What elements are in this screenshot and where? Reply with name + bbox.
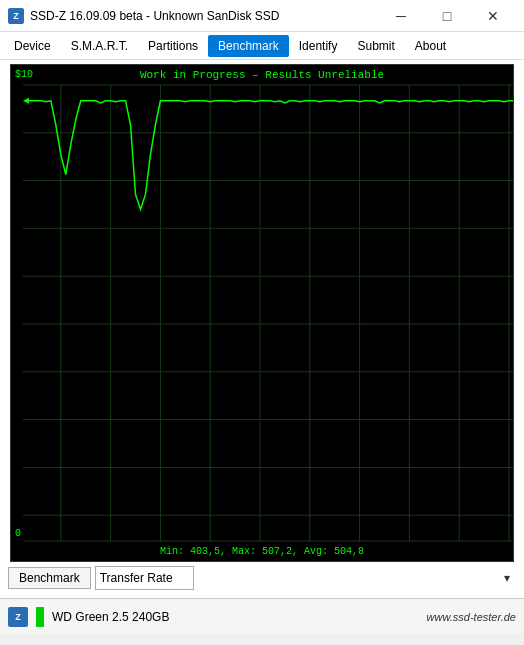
chart-svg	[11, 65, 513, 561]
menu-benchmark[interactable]: Benchmark	[208, 35, 289, 57]
benchmark-chart: $10 0 Work in Progress – Results Unrelia…	[10, 64, 514, 562]
menu-about[interactable]: About	[405, 35, 456, 57]
menu-submit[interactable]: Submit	[347, 35, 404, 57]
status-bar: Z WD Green 2.5 240GB www.ssd-tester.de	[0, 598, 524, 634]
window-title: SSD-Z 16.09.09 beta - Unknown SanDisk SS…	[30, 9, 279, 23]
website-label: www.ssd-tester.de	[427, 611, 516, 623]
status-app-icon: Z	[8, 607, 28, 627]
app-icon: Z	[8, 8, 24, 24]
chart-stats: Min: 403,5, Max: 507,2, Avg: 504,8	[160, 546, 364, 557]
bottom-controls: Benchmark Transfer Rate Sequential Read …	[4, 562, 520, 594]
benchmark-button[interactable]: Benchmark	[8, 567, 91, 589]
drive-name: WD Green 2.5 240GB	[52, 610, 419, 624]
chart-type-dropdown[interactable]: Transfer Rate Sequential Read Sequential…	[95, 566, 194, 590]
chart-title: Work in Progress – Results Unreliable	[140, 69, 384, 81]
drive-status-indicator	[36, 607, 44, 627]
menu-partitions[interactable]: Partitions	[138, 35, 208, 57]
menu-bar: Device S.M.A.R.T. Partitions Benchmark I…	[0, 32, 524, 60]
dropdown-wrapper: Transfer Rate Sequential Read Sequential…	[95, 566, 516, 590]
chart-y-min-label: 0	[15, 528, 21, 539]
main-content: $10 0 Work in Progress – Results Unrelia…	[0, 60, 524, 598]
window-controls: ─ □ ✕	[378, 0, 516, 32]
svg-rect-0	[11, 65, 513, 561]
title-bar-left: Z SSD-Z 16.09.09 beta - Unknown SanDisk …	[8, 8, 279, 24]
menu-device[interactable]: Device	[4, 35, 61, 57]
title-bar: Z SSD-Z 16.09.09 beta - Unknown SanDisk …	[0, 0, 524, 32]
maximize-button[interactable]: □	[424, 0, 470, 32]
menu-smart[interactable]: S.M.A.R.T.	[61, 35, 138, 57]
minimize-button[interactable]: ─	[378, 0, 424, 32]
menu-identify[interactable]: Identify	[289, 35, 348, 57]
chart-y-max-label: $10	[15, 69, 33, 80]
close-button[interactable]: ✕	[470, 0, 516, 32]
